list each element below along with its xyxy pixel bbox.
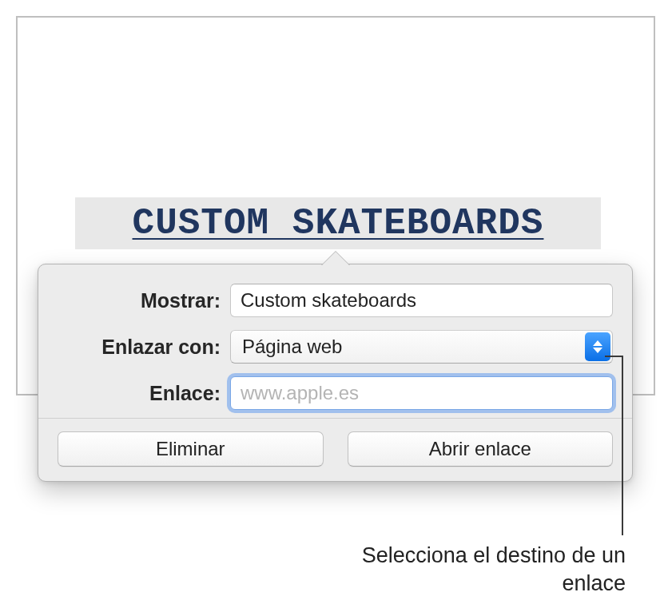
link-editor-popover: Mostrar: Enlazar con: Página web Enlace:: [38, 264, 633, 482]
selected-link-highlight: CUSTOM SKATEBOARDS: [75, 197, 601, 249]
open-link-button[interactable]: Abrir enlace: [348, 431, 614, 467]
link-to-dropdown[interactable]: Página web: [230, 330, 613, 364]
display-row: Mostrar:: [58, 284, 613, 317]
link-to-label: Enlazar con:: [58, 336, 230, 359]
link-to-selected-value: Página web: [230, 330, 613, 364]
divider: [38, 418, 632, 419]
button-row: Eliminar Abrir enlace: [58, 431, 613, 467]
delete-button[interactable]: Eliminar: [58, 431, 324, 467]
link-to-row: Enlazar con: Página web: [58, 330, 613, 364]
display-text-input[interactable]: [230, 284, 613, 317]
callout-text: Selecciona el destino de un enlace: [326, 542, 626, 598]
hyperlink-text[interactable]: CUSTOM SKATEBOARDS: [133, 203, 544, 244]
url-input[interactable]: [230, 376, 613, 410]
url-label: Enlace:: [58, 382, 230, 405]
url-row: Enlace:: [58, 376, 613, 410]
display-label: Mostrar:: [58, 289, 230, 312]
callout-leader-line: [622, 356, 623, 535]
